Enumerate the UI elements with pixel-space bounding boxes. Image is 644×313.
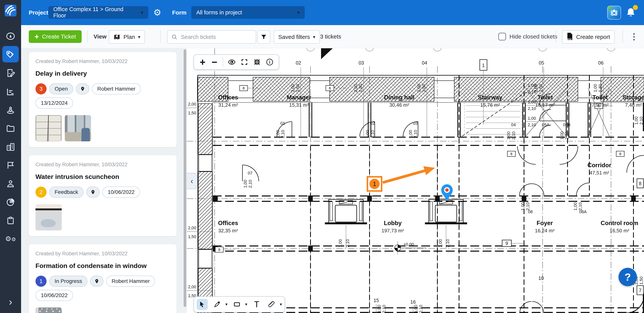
- notification-badge: [633, 5, 638, 10]
- svg-text:2,10: 2,10: [382, 305, 386, 313]
- sidebar-item-tickets[interactable]: [0, 46, 21, 62]
- svg-text:2,00: 2,00: [353, 84, 358, 92]
- location-pin-icon: [94, 278, 99, 284]
- text-tool[interactable]: T: [251, 299, 262, 310]
- svg-text:04: 04: [511, 122, 516, 127]
- svg-text:16,24 m²: 16,24 m²: [535, 228, 555, 234]
- svg-text:2,10: 2,10: [413, 130, 418, 138]
- pen-tool-caret[interactable]: ▾: [226, 302, 228, 307]
- filter-button[interactable]: [257, 30, 270, 44]
- zoom-out-button[interactable]: −: [208, 57, 220, 67]
- svg-text:Lobby: Lobby: [384, 220, 402, 226]
- ticket-photo[interactable]: [36, 115, 62, 141]
- due-date-pill: 10/06/2022: [36, 290, 73, 301]
- svg-text:1,50: 1,50: [639, 277, 644, 285]
- svg-text:2,10: 2,10: [528, 106, 536, 111]
- sidebar-item-documents[interactable]: [0, 120, 21, 137]
- sidebar-item-dashboard[interactable]: [0, 28, 21, 44]
- top-bar: Project Office Complex 11 > Ground Floor…: [0, 0, 644, 25]
- annotation-marker[interactable]: 1: [368, 177, 382, 191]
- sidebar-item-contacts[interactable]: [0, 175, 21, 192]
- ruler-tool[interactable]: [266, 299, 277, 310]
- ticket-location-pin[interactable]: [441, 184, 453, 201]
- more-options-kebab[interactable]: ⋮: [630, 25, 638, 48]
- info-button[interactable]: i: [263, 58, 276, 66]
- ticket-photo[interactable]: [36, 204, 62, 230]
- hide-closed-toggle[interactable]: Hide closed tickets: [498, 30, 557, 43]
- svg-text:1,00: 1,00: [560, 131, 564, 140]
- sidebar-item-statistics[interactable]: [0, 83, 21, 100]
- pen-tool[interactable]: [212, 299, 223, 310]
- rectangle-tool[interactable]: [231, 299, 242, 310]
- clipboard-icon: [6, 216, 15, 225]
- sidebar-item-settings[interactable]: ⚙⚙: [0, 231, 21, 247]
- ticket-photo[interactable]: [65, 115, 91, 141]
- plan-controls-toolbar: + − i: [194, 54, 279, 70]
- svg-text:7,90 m²: 7,90 m²: [592, 102, 608, 108]
- elevator-shaft: 1,00 2,10: [325, 199, 367, 248]
- ticket-card[interactable]: Created by Robert Hammer, 10/03/2022 Del…: [29, 52, 177, 147]
- ticket-photo[interactable]: [36, 308, 62, 313]
- svg-text:2,00: 2,00: [290, 84, 295, 92]
- collapse-list-button[interactable]: ‹: [187, 173, 197, 189]
- saved-filters-selector[interactable]: Saved filters ▾: [274, 30, 320, 44]
- search-icon: [171, 34, 178, 40]
- create-report-button[interactable]: PDF Create report: [562, 30, 615, 44]
- svg-text:8: 8: [218, 248, 220, 252]
- visibility-eye-button[interactable]: [226, 58, 238, 66]
- search-box[interactable]: [167, 30, 256, 44]
- priority-badge: 2: [36, 187, 46, 198]
- zoom-in-button[interactable]: +: [197, 57, 208, 67]
- create-ticket-button[interactable]: + Create Ticket: [29, 30, 82, 43]
- sidebar-item-site-inspection[interactable]: [0, 102, 21, 118]
- draw-toolbar: ▾ ▾ T ▾: [194, 296, 285, 313]
- svg-text:16,17 m²: 16,17 m²: [535, 102, 555, 108]
- svg-text:16,50 m²: 16,50 m²: [610, 228, 630, 234]
- svg-text:Corridor: Corridor: [588, 162, 611, 169]
- sidebar-item-tasks[interactable]: [0, 212, 21, 229]
- location-pill: [90, 276, 104, 287]
- sidebar-item-analytics[interactable]: [0, 194, 21, 210]
- select-tool[interactable]: [197, 299, 208, 310]
- project-settings-gear-icon[interactable]: ⚙: [153, 0, 161, 25]
- sidebar-item-flags[interactable]: [0, 157, 21, 174]
- fit-view-button[interactable]: [251, 58, 263, 66]
- butterfly-logo-icon: [610, 8, 618, 17]
- chevron-down-icon: ▾: [138, 34, 140, 40]
- svg-text:03: 03: [358, 60, 364, 65]
- project-selector[interactable]: Office Complex 11 > Ground Floor ▾: [48, 6, 148, 19]
- ticket-card[interactable]: Created by Robert Hammer, 10/03/2022 For…: [29, 244, 177, 313]
- sidebar-item-forms[interactable]: [0, 65, 21, 81]
- hide-closed-label: Hide closed tickets: [510, 33, 557, 40]
- app-switcher-icon[interactable]: [607, 6, 621, 19]
- annotation-arrow[interactable]: [383, 166, 435, 183]
- app-logo[interactable]: [4, 4, 16, 17]
- svg-text:05A: 05A: [542, 122, 549, 127]
- svg-text:1,00: 1,00: [365, 130, 370, 138]
- form-selector[interactable]: All forms in project ▾: [191, 6, 305, 19]
- level-marker: ±0,00: [395, 241, 426, 255]
- list-scrollbar-thumb[interactable]: [184, 49, 186, 307]
- hide-closed-checkbox[interactable]: [498, 33, 506, 40]
- sidebar-item-projects[interactable]: [0, 139, 21, 155]
- ticket-tag-icon: [6, 49, 15, 59]
- plan-canvas[interactable]: 02 03 04 05 06 2,00 1,50 2,00 1,50 2,00 …: [187, 48, 644, 313]
- rectangle-tool-caret[interactable]: ▾: [245, 302, 247, 307]
- divider: [87, 30, 88, 43]
- help-button[interactable]: ?: [618, 268, 637, 286]
- ticket-card[interactable]: Created by Robert Hammer, 10/03/2022 Wat…: [29, 155, 177, 236]
- ticket-title: Formation of condensate in window: [36, 262, 170, 270]
- sidebar-expand-button[interactable]: ›: [0, 294, 21, 310]
- svg-text:1,00: 1,00: [573, 202, 578, 211]
- notifications-bell[interactable]: [625, 7, 636, 19]
- view-mode-selector[interactable]: Plan ▾: [109, 30, 145, 44]
- fullscreen-button[interactable]: [238, 58, 251, 66]
- svg-text:1,00: 1,00: [528, 83, 536, 88]
- create-ticket-label: Create Ticket: [42, 33, 76, 40]
- ruler-tool-caret[interactable]: ▾: [280, 302, 282, 307]
- ticket-created-meta: Created by Robert Hammer, 10/03/2022: [36, 162, 170, 168]
- svg-text:05B: 05B: [563, 122, 570, 127]
- search-input[interactable]: [180, 34, 246, 40]
- project-selector-value: Office Complex 11 > Ground Floor: [53, 6, 136, 19]
- form-edit-icon: [6, 68, 15, 78]
